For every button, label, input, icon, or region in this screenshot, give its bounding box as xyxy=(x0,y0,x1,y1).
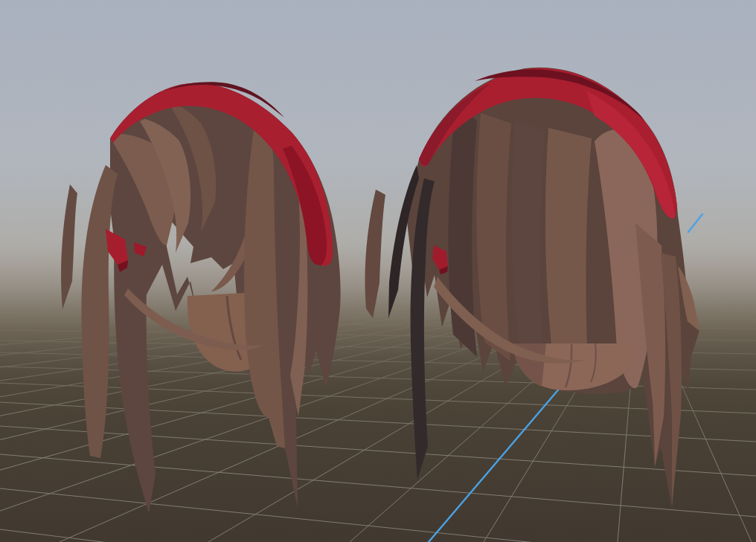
hair-strand-shade-4 xyxy=(545,128,592,379)
scene-svg xyxy=(0,0,756,542)
viewport xyxy=(0,0,756,542)
